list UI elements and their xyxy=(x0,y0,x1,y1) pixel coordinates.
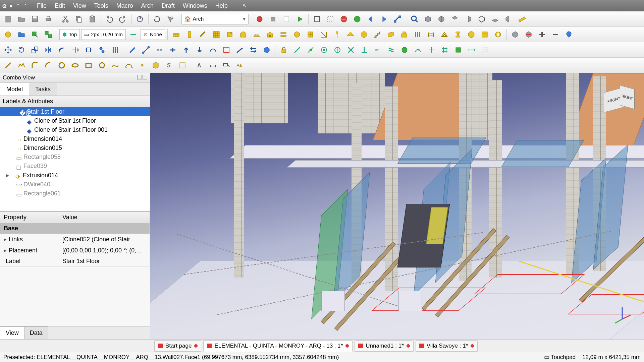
tab-data[interactable]: Data xyxy=(24,326,48,339)
menu-edit[interactable]: Edit xyxy=(51,1,68,11)
snap-wp-button[interactable] xyxy=(452,44,464,56)
menu-macro[interactable]: Macro xyxy=(113,1,137,11)
polygon-button[interactable] xyxy=(96,59,108,71)
snap-intersection-button[interactable] xyxy=(345,44,357,56)
doc-tab[interactable]: ELEMENTAL - QUINTA - MONROY - ARQ - 13 :… xyxy=(203,340,353,352)
snap-angle-button[interactable] xyxy=(331,44,343,56)
autogroup-button[interactable] xyxy=(127,28,139,41)
panel-window-buttons[interactable] xyxy=(137,74,147,81)
tree-item[interactable]: 〰DWire040 xyxy=(0,180,150,189)
rebar-button[interactable] xyxy=(197,28,209,41)
whats-this-button[interactable]: ? xyxy=(164,13,176,25)
fit-selection-button[interactable] xyxy=(324,13,336,25)
macros-button[interactable] xyxy=(280,13,292,25)
rear-view-button[interactable] xyxy=(476,13,488,25)
roof-button[interactable] xyxy=(344,28,357,41)
upgrade-button[interactable] xyxy=(180,44,192,56)
line-weight-field[interactable]: ▭2px | 0,20 mm xyxy=(81,29,126,40)
level-button[interactable] xyxy=(277,28,289,41)
globe-icon[interactable] xyxy=(351,13,363,25)
line-button[interactable] xyxy=(2,59,14,71)
menu-draft[interactable]: Draft xyxy=(158,1,178,11)
open-button[interactable] xyxy=(15,13,28,25)
shape-2d-button[interactable] xyxy=(261,44,273,56)
trimex-button[interactable] xyxy=(69,44,81,56)
reference-button[interactable] xyxy=(291,28,303,41)
tree-item[interactable]: ▭Rectangle058 xyxy=(0,153,150,162)
link-make-button[interactable] xyxy=(29,28,41,41)
copy-button[interactable] xyxy=(73,13,85,25)
front-view-button[interactable] xyxy=(435,13,447,25)
nav-cube[interactable]: FRONT RIGHT xyxy=(600,80,637,117)
toggle-grid-button[interactable] xyxy=(479,44,491,56)
tree-item[interactable]: ◆Clone of Stair 1st Floor 001 xyxy=(0,125,150,134)
edit-button[interactable] xyxy=(126,44,139,56)
tree-item[interactable]: ◻Face039 xyxy=(0,162,150,171)
measure-button[interactable] xyxy=(516,13,528,25)
close-icon[interactable] xyxy=(345,344,349,348)
navcube-right[interactable]: RIGHT xyxy=(620,85,635,109)
prop-row[interactable]: LabelStair 1st Floor xyxy=(0,256,150,267)
profile-button[interactable] xyxy=(452,28,464,41)
rotate-button[interactable] xyxy=(15,44,28,56)
split-button[interactable] xyxy=(167,44,179,56)
tree-item[interactable]: ▭Rectangle061 xyxy=(0,189,150,198)
snap-parallel-button[interactable] xyxy=(385,44,397,56)
site-button[interactable] xyxy=(251,28,263,41)
tab-model[interactable]: Model xyxy=(0,83,29,96)
building-part-button[interactable] xyxy=(224,28,236,41)
wire-button[interactable] xyxy=(15,59,28,71)
doc-tab[interactable]: Villa Savoye : 1* xyxy=(416,340,478,352)
nav-style-indicator[interactable]: ▭ Touchpad xyxy=(544,354,576,361)
snap-center-button[interactable] xyxy=(318,44,330,56)
3d-viewport[interactable]: FRONT RIGHT xyxy=(150,73,644,339)
part-button[interactable] xyxy=(2,28,14,41)
nav-back-button[interactable] xyxy=(365,13,377,25)
slope-button[interactable] xyxy=(234,44,246,56)
run-macro-button[interactable] xyxy=(294,13,306,25)
tree-item[interactable]: ◆Clone of Stair 1st Floor xyxy=(0,116,150,125)
space-button[interactable] xyxy=(358,28,370,41)
model-tree[interactable]: �层Stair 1st Floor ◆Clone of Stair 1st Fl… xyxy=(0,107,150,211)
close-icon[interactable] xyxy=(471,344,474,348)
fit-all-button[interactable] xyxy=(311,13,323,25)
left-view-button[interactable] xyxy=(502,13,515,25)
tree-item[interactable]: �层Stair 1st Floor xyxy=(0,107,150,116)
flip-dimension-button[interactable] xyxy=(247,44,259,56)
menu-help[interactable]: Help xyxy=(212,1,231,11)
tree-item[interactable]: ↔Dimension014 xyxy=(0,134,150,143)
snap-perpendicular-button[interactable] xyxy=(358,44,370,56)
stop-macro-button[interactable] xyxy=(267,13,279,25)
move-button[interactable] xyxy=(2,44,14,56)
annotation-styles-button[interactable]: Aa xyxy=(234,59,246,71)
bspline-button[interactable] xyxy=(109,59,121,71)
rectangle-button[interactable] xyxy=(83,59,95,71)
hatch-button[interactable] xyxy=(176,59,189,71)
top-view-button[interactable] xyxy=(449,13,461,25)
link-button[interactable] xyxy=(391,13,404,25)
view-mode-field[interactable]: ⬢Top xyxy=(59,29,80,40)
floor-button[interactable] xyxy=(210,28,222,41)
snap-near-button[interactable] xyxy=(412,44,424,56)
group-button[interactable] xyxy=(15,28,28,41)
tree-item[interactable]: ↔Dimension015 xyxy=(0,143,150,153)
undo-button[interactable] xyxy=(103,13,115,25)
menu-arch[interactable]: Arch xyxy=(138,1,157,11)
reload-button[interactable] xyxy=(151,13,163,25)
tree-item[interactable]: ▸⬗Extrusion014 xyxy=(0,171,150,180)
print-button[interactable] xyxy=(42,13,54,25)
zoom-button[interactable] xyxy=(409,13,421,25)
shapestring-button[interactable]: S xyxy=(163,59,175,71)
dimension-button[interactable] xyxy=(207,59,219,71)
workbench-selector[interactable]: 🏠 Arch xyxy=(181,14,249,24)
stretch-button[interactable] xyxy=(83,44,95,56)
snap-ortho-button[interactable] xyxy=(425,44,437,56)
truss-button[interactable] xyxy=(438,28,450,41)
material-button[interactable] xyxy=(465,28,477,41)
downgrade-button[interactable] xyxy=(194,44,206,56)
record-macro-button[interactable] xyxy=(254,13,266,25)
close-icon[interactable] xyxy=(407,344,410,348)
structure-button[interactable] xyxy=(183,28,196,41)
snap-dims-button[interactable] xyxy=(466,44,478,56)
frame-button[interactable] xyxy=(412,28,424,41)
